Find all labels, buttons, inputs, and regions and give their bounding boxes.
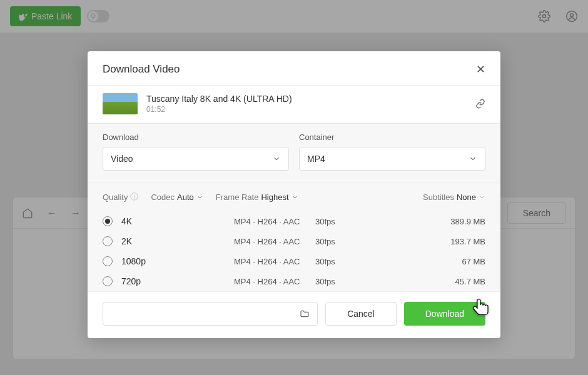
quality-list: 4K MP4 · H264 · AAC 30fps 389.9 MB 2K MP… [88, 211, 500, 291]
quality-size: 389.9 MB [378, 217, 485, 226]
quality-format: MP4 · H264 · AAC [234, 277, 315, 286]
video-info-row: Tuscany Italy 8K and 4K (ULTRA HD) 01:52 [88, 86, 500, 124]
chevron-down-icon [196, 194, 203, 201]
chevron-down-icon [291, 194, 298, 201]
radio-icon [103, 236, 113, 246]
quality-size: 193.7 MB [378, 237, 485, 246]
video-thumbnail [103, 93, 138, 114]
download-modal: Download Video ✕ Tuscany Italy 8K and 4K… [88, 51, 500, 338]
close-icon[interactable]: ✕ [476, 62, 485, 76]
quality-fps: 30fps [315, 217, 378, 226]
info-icon[interactable]: ⓘ [130, 191, 138, 202]
container-select[interactable]: MP4 [299, 147, 485, 171]
chevron-down-icon [272, 154, 281, 163]
quality-fps: 30fps [315, 277, 378, 286]
quality-size: 45.7 MB [378, 277, 485, 286]
radio-icon [103, 256, 113, 266]
container-label: Container [299, 132, 485, 142]
download-button[interactable]: Download [404, 302, 485, 326]
quality-name: 2K [121, 236, 234, 246]
download-type-select[interactable]: Video [103, 147, 289, 171]
radio-icon [103, 276, 113, 286]
codec-filter[interactable]: Codec Auto [151, 192, 203, 202]
subtitles-filter[interactable]: Subtitles None [423, 192, 485, 202]
quality-row[interactable]: 1080p MP4 · H264 · AAC 30fps 67 MB [88, 251, 500, 271]
quality-name: 4K [121, 216, 234, 226]
quality-format: MP4 · H264 · AAC [234, 217, 315, 226]
download-type-label: Download [103, 132, 289, 142]
quality-filter: Quality ⓘ [103, 191, 138, 202]
quality-fps: 30fps [315, 237, 378, 246]
quality-format: MP4 · H264 · AAC [234, 257, 315, 266]
dropdown-section: Download Video Container MP4 [88, 124, 500, 182]
modal-header: Download Video ✕ [88, 51, 500, 86]
radio-icon [103, 216, 113, 226]
folder-icon [300, 309, 310, 319]
quality-row[interactable]: 720p MP4 · H264 · AAC 30fps 45.7 MB [88, 271, 500, 291]
video-duration: 01:52 [146, 105, 467, 114]
filter-row: Quality ⓘ Codec Auto Frame Rate Highest … [88, 182, 500, 211]
output-path-input[interactable] [103, 302, 318, 326]
quality-row[interactable]: 2K MP4 · H264 · AAC 30fps 193.7 MB [88, 231, 500, 251]
chevron-down-icon [479, 194, 485, 201]
quality-row[interactable]: 4K MP4 · H264 · AAC 30fps 389.9 MB [88, 211, 500, 231]
cancel-button[interactable]: Cancel [325, 302, 397, 326]
quality-fps: 30fps [315, 257, 378, 266]
modal-title: Download Video [103, 63, 476, 76]
framerate-filter[interactable]: Frame Rate Highest [216, 192, 298, 202]
link-icon[interactable] [475, 99, 485, 109]
quality-format: MP4 · H264 · AAC [234, 237, 315, 246]
quality-name: 1080p [121, 256, 234, 266]
quality-size: 67 MB [378, 257, 485, 266]
chevron-down-icon [469, 154, 477, 163]
video-title: Tuscany Italy 8K and 4K (ULTRA HD) [146, 94, 467, 104]
quality-name: 720p [121, 276, 234, 286]
modal-footer: Cancel Download [88, 291, 500, 338]
